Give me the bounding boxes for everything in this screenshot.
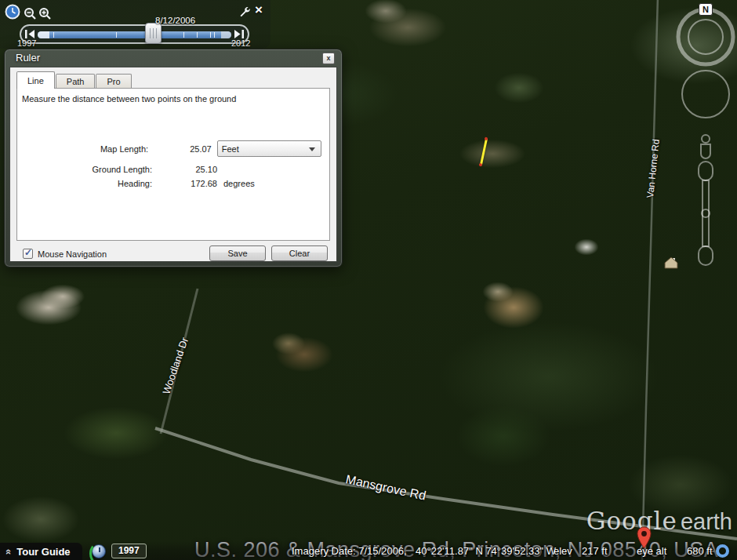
heading-label: Heading: <box>17 179 152 188</box>
historical-imagery-indicator[interactable]: 1997 <box>92 544 147 558</box>
imagery-date: Imagery Date: 7/15/2006, <box>292 545 407 557</box>
checkbox-checked-icon[interactable]: ✓ <box>23 249 33 259</box>
tour-guide-label: Tour Guide <box>16 546 70 558</box>
timeline-end-year: 2012 <box>231 38 250 48</box>
chevron-up-icon: « <box>3 548 15 554</box>
ground-length-value: 25.10 <box>152 165 223 174</box>
pegman-body <box>701 144 710 158</box>
look-joystick <box>678 9 733 64</box>
historical-imagery-clock-icon[interactable] <box>5 4 20 20</box>
logo-google: Google <box>586 507 677 535</box>
timeline-start-year: 1997 <box>17 38 36 48</box>
logo-earth: earth <box>681 509 732 534</box>
time-slider-close-icon[interactable]: × <box>252 2 265 18</box>
history-year-badge[interactable]: 1997 <box>111 544 147 558</box>
tab-line[interactable]: Line <box>16 71 55 89</box>
cursor-coordinates: 40°22'11.87" N 74°39'52.33" W <box>416 545 556 557</box>
units-dropdown[interactable]: Feet <box>217 140 321 157</box>
time-slider[interactable] <box>20 24 249 44</box>
save-button[interactable]: Save <box>209 245 266 261</box>
google-earth-logo: Googleearth <box>586 507 732 535</box>
elevation-value: 217 ft <box>582 545 608 557</box>
heading-value: 172.68 <box>152 179 223 188</box>
move-joystick <box>682 71 729 118</box>
clear-button[interactable]: Clear <box>271 245 328 261</box>
elevation-label: elev <box>554 545 572 557</box>
nav-rings-zoom-slider[interactable] <box>666 0 737 275</box>
mouse-navigation-label: Mouse Navigation <box>38 249 107 259</box>
ground-length-label: Ground Length: <box>17 165 152 174</box>
search-result-placemark-pin[interactable] <box>637 526 652 550</box>
pegman-icon <box>702 135 710 143</box>
ruler-tabs: Line Path Pro <box>16 71 133 89</box>
time-slider-panel: × 8/12/2006 1997 2012 <box>0 0 270 49</box>
ruler-line-tab-page: Measure the distance between two points … <box>16 88 330 241</box>
navigation-controls[interactable]: N <box>666 0 737 278</box>
mouse-navigation-checkbox[interactable]: ✓ Mouse Navigation <box>23 249 107 259</box>
units-selected-value: Feet <box>222 144 239 154</box>
chevron-down-icon <box>309 147 315 151</box>
house-poi-icon <box>663 256 679 270</box>
heading-unit: degrees <box>223 179 255 188</box>
history-clock-icon[interactable] <box>92 544 106 558</box>
time-slider-settings-wrench-icon[interactable] <box>238 5 252 19</box>
map-length-value: 25.07 <box>148 144 217 154</box>
zoom-out-cap <box>699 246 713 265</box>
ruler-dialog-title[interactable]: Ruler <box>16 52 40 64</box>
eye-altitude-value: 680 ft <box>687 545 713 557</box>
timeline-zoom-in-icon[interactable] <box>38 7 52 20</box>
zoom-slider-track <box>703 180 709 246</box>
map-length-label: Map Length: <box>17 144 148 154</box>
tour-guide-toggle[interactable]: « Tour Guide <box>0 543 82 560</box>
ruler-dialog: Ruler x Line Path Pro Measure the distan… <box>4 49 343 267</box>
timeline-zoom-out-icon[interactable] <box>24 7 37 20</box>
zoom-in-cap <box>699 162 713 180</box>
tab-path[interactable]: Path <box>56 74 96 89</box>
timeline-track[interactable] <box>38 31 231 38</box>
tab-pro[interactable]: Pro <box>96 74 131 89</box>
compass-north-indicator[interactable]: N <box>699 3 713 16</box>
ruler-dialog-close-icon[interactable]: x <box>322 53 335 64</box>
streaming-progress-icon <box>716 544 729 558</box>
timeline-current-date: 8/12/2006 <box>155 16 195 25</box>
ruler-description: Measure the distance between two points … <box>22 94 236 104</box>
ruler-dialog-body: Line Path Pro Measure the distance betwe… <box>9 67 337 262</box>
timeline-handle[interactable] <box>145 23 162 44</box>
